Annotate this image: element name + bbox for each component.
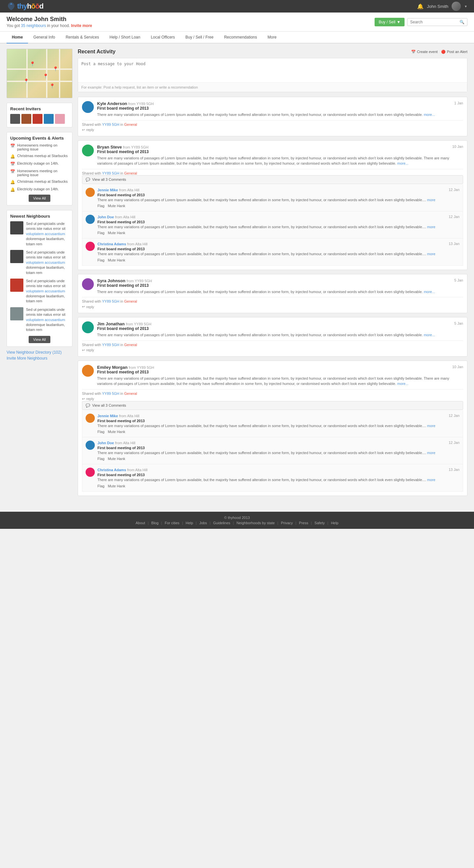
comment-more-link[interactable]: more bbox=[427, 225, 436, 229]
mute-button[interactable]: Mute Hank bbox=[108, 258, 125, 262]
footer-link-neighborhoods[interactable]: Neighborhoods by state bbox=[236, 521, 275, 525]
flag-button[interactable]: Flag bbox=[97, 204, 104, 208]
neighbour-link[interactable]: voluptatem accusantium bbox=[26, 318, 65, 322]
footer-link-guidelines[interactable]: Guidelines bbox=[213, 521, 230, 525]
footer-link-about[interactable]: About bbox=[136, 521, 145, 525]
invite-link[interactable]: Invite more bbox=[71, 23, 92, 28]
flag-button[interactable]: Flag bbox=[97, 231, 104, 235]
reply-link[interactable]: ↩ reply bbox=[82, 348, 463, 352]
create-event-button[interactable]: 📅 Create event bbox=[411, 50, 438, 54]
reply-link[interactable]: ↩ reply bbox=[82, 305, 463, 309]
nav-item-buy-sell[interactable]: Buy / Sell / Free bbox=[180, 32, 219, 43]
user-dropdown-arrow[interactable]: ▼ bbox=[464, 5, 467, 8]
event-item: 🔔 Electricity outage on 14th. bbox=[10, 187, 69, 192]
calendar-create-icon: 📅 bbox=[411, 50, 416, 54]
search-box[interactable]: 🔍 bbox=[407, 18, 467, 26]
neighbours-link[interactable]: 35 neighbours bbox=[21, 23, 47, 28]
neighbour-avatar[interactable] bbox=[10, 279, 23, 292]
user-avatar[interactable] bbox=[452, 2, 461, 11]
inviter-5[interactable] bbox=[55, 114, 65, 124]
post-more-link[interactable]: more... bbox=[397, 382, 409, 385]
directory-link[interactable]: View Neighbour Directory (102) bbox=[7, 350, 72, 354]
comment-avatar[interactable] bbox=[86, 188, 95, 197]
neighbour-avatar[interactable] bbox=[10, 250, 23, 263]
flag-button[interactable]: Flag bbox=[97, 430, 104, 434]
post-more-link[interactable]: more... bbox=[424, 333, 435, 337]
footer-link-press[interactable]: Press bbox=[299, 521, 308, 525]
comment-more-link[interactable]: more bbox=[427, 478, 436, 482]
comment-more-link[interactable]: more bbox=[427, 451, 436, 455]
post-avatar[interactable] bbox=[82, 145, 94, 156]
mute-button[interactable]: Mute Hank bbox=[108, 231, 125, 235]
flag-button[interactable]: Flag bbox=[97, 484, 104, 488]
neighbour-link[interactable]: voluptatem accusantium bbox=[26, 289, 65, 293]
post-avatar[interactable] bbox=[82, 365, 94, 377]
comment-more-link[interactable]: more bbox=[427, 198, 436, 202]
post-more-link[interactable]: more... bbox=[424, 113, 435, 117]
shared-hood-link[interactable]: YY89 5GH bbox=[102, 299, 120, 303]
nav-item-local-officers[interactable]: Local Officers bbox=[146, 32, 180, 43]
post-avatar[interactable] bbox=[82, 278, 94, 290]
post-avatar[interactable] bbox=[82, 321, 94, 333]
comment-avatar[interactable] bbox=[86, 441, 95, 450]
nav-item-rentals[interactable]: Rentals & Services bbox=[60, 32, 104, 43]
nav-item-recommendations[interactable]: Recommendations bbox=[219, 32, 262, 43]
mute-button[interactable]: Mute Hank bbox=[108, 484, 125, 488]
flag-button[interactable]: Flag bbox=[97, 258, 104, 262]
nav-item-help-loan[interactable]: Help / Short Loan bbox=[104, 32, 146, 43]
shared-hood-link[interactable]: YY89 5GH bbox=[102, 171, 120, 175]
footer-link-privacy[interactable]: Privacy bbox=[281, 521, 293, 525]
footer-link-help[interactable]: Help bbox=[186, 521, 193, 525]
neighbour-link[interactable]: voluptatem accusantium bbox=[26, 260, 65, 265]
view-all-neighbours-button[interactable]: View All bbox=[29, 336, 50, 343]
comment-avatar[interactable] bbox=[86, 242, 95, 251]
invite-neighbours-link[interactable]: Invite More Neighbours bbox=[7, 356, 72, 361]
nav-item-more[interactable]: More bbox=[262, 32, 282, 43]
comment-more-link[interactable]: more bbox=[427, 252, 436, 256]
mute-button[interactable]: Mute Hank bbox=[108, 204, 125, 208]
comment-avatar[interactable] bbox=[86, 413, 95, 423]
post-textarea[interactable] bbox=[78, 58, 467, 81]
post-box: For example: Post a help request, list a… bbox=[78, 58, 467, 92]
search-input[interactable] bbox=[410, 20, 460, 24]
shared-hood-link[interactable]: YY89 5GH bbox=[102, 392, 120, 396]
bell-icon[interactable]: 🔔 bbox=[417, 3, 424, 9]
footer-link-help2[interactable]: Help bbox=[331, 521, 338, 525]
footer-link-blog[interactable]: Blog bbox=[151, 521, 159, 525]
shared-hood-link[interactable]: YY89 5GH bbox=[102, 123, 120, 126]
activity-title: Recent Activity bbox=[78, 49, 116, 55]
post-avatar[interactable] bbox=[82, 101, 94, 113]
inviter-3[interactable] bbox=[33, 114, 42, 124]
logo[interactable]: thyhōōd bbox=[7, 2, 43, 11]
post-meta: Bryan Steve from YY89 5GH 10 Jan First b… bbox=[97, 145, 463, 166]
post-more-link[interactable]: more... bbox=[397, 161, 409, 165]
flag-button[interactable]: Flag bbox=[97, 457, 104, 461]
comment-avatar[interactable] bbox=[86, 215, 95, 224]
inviter-4[interactable] bbox=[44, 114, 54, 124]
map-area[interactable]: 📍 📍 📍 📍 📍 bbox=[7, 49, 72, 98]
comment-avatar[interactable] bbox=[86, 468, 95, 477]
footer-link-cities[interactable]: For cities bbox=[165, 521, 180, 525]
mute-button[interactable]: Mute Hank bbox=[108, 430, 125, 434]
neighbour-avatar[interactable] bbox=[10, 307, 23, 320]
mute-button[interactable]: Mute Hank bbox=[108, 457, 125, 461]
post-shared: Shared with YY89 5GH in General bbox=[82, 299, 463, 303]
post-alert-button[interactable]: 🔴 Post an Alert bbox=[441, 50, 467, 54]
nav-item-home[interactable]: Home bbox=[7, 32, 28, 43]
reply-link[interactable]: ↩ reply bbox=[82, 397, 463, 401]
nav-item-general-info[interactable]: General Info bbox=[28, 32, 60, 43]
post-more-link[interactable]: more... bbox=[424, 290, 435, 294]
buy-sell-button[interactable]: Buy / Sell ▼ bbox=[375, 18, 405, 26]
comment-more-link[interactable]: more bbox=[427, 424, 436, 428]
inviter-1[interactable] bbox=[10, 114, 20, 124]
comments-toggle[interactable]: 💬 View all 3 Comments bbox=[82, 401, 463, 410]
comments-toggle[interactable]: 💬 View all 3 Comments bbox=[82, 175, 463, 184]
neighbour-link[interactable]: voluptatem accusantium bbox=[26, 232, 65, 236]
footer-link-jobs[interactable]: Jobs bbox=[199, 521, 207, 525]
reply-link[interactable]: ↩ reply bbox=[82, 128, 463, 132]
shared-hood-link[interactable]: YY89 5GH bbox=[102, 343, 120, 347]
inviter-2[interactable] bbox=[22, 114, 31, 124]
neighbour-avatar[interactable] bbox=[10, 221, 23, 235]
footer-link-safety[interactable]: Safety bbox=[314, 521, 324, 525]
view-all-events-button[interactable]: View All bbox=[29, 195, 50, 202]
